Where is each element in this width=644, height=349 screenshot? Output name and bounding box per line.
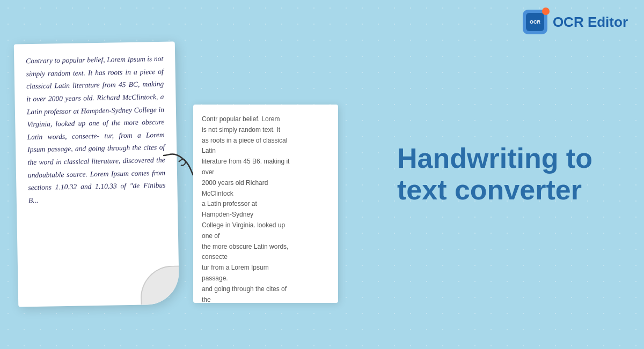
headline-line1: Handwriting to: [397, 143, 592, 174]
app-title: OCR Editor: [553, 14, 628, 31]
handwritten-text: Contrary to popular belief, Lorem Ipsum …: [26, 53, 166, 207]
ocr-result-panel: Contr popular belief. Lorem is not simpl…: [193, 105, 338, 303]
headline-section: Handwriting to text converter: [397, 143, 623, 207]
ocr-result-text: Contr popular belief. Lorem is not simpl…: [202, 114, 330, 303]
header: OCR OCR Editor: [523, 10, 628, 34]
headline-text: Handwriting to text converter: [397, 143, 623, 207]
handwritten-document: Contrary to popular belief, Lorem Ipsum …: [14, 41, 180, 307]
ocr-app-icon: OCR: [523, 10, 547, 34]
ocr-icon-inner: OCR: [526, 13, 544, 31]
ocr-icon-label: OCR: [530, 19, 540, 25]
headline-line2: text converter: [397, 175, 582, 206]
